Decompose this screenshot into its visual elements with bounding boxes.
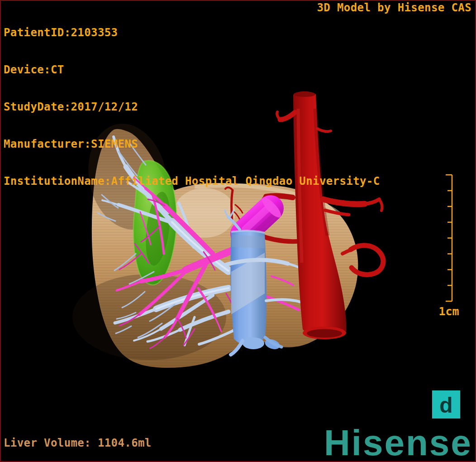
liver-volume-text: Liver Volume: 1104.6ml (4, 437, 152, 449)
study-date-text: StudyDate:2017/12/12 (4, 101, 380, 113)
app-d-icon-letter: d (439, 393, 452, 418)
scale-bar-label: 1cm (438, 305, 459, 318)
manufacturer-text: Manufacturer:SIEMENS (4, 138, 380, 150)
patient-info-overlay: PatientID:2103353 Device:CT StudyDate:20… (4, 1, 380, 212)
app-d-icon: d (432, 390, 460, 419)
patient-id-text: PatientID:2103353 (4, 27, 380, 38)
institution-text: InstitutionName:Affiliated Hospital Qing… (4, 175, 380, 187)
model-watermark-text: 3D Model by Hisense CAS (317, 1, 471, 14)
scale-bar: 1cm (433, 171, 471, 322)
scale-bar-ruler: 1cm (433, 171, 471, 321)
viewer-window: PatientID:2103353 Device:CT StudyDate:20… (0, 0, 476, 462)
device-text: Device:CT (4, 64, 380, 76)
hisense-logo: Hisense (324, 425, 472, 461)
